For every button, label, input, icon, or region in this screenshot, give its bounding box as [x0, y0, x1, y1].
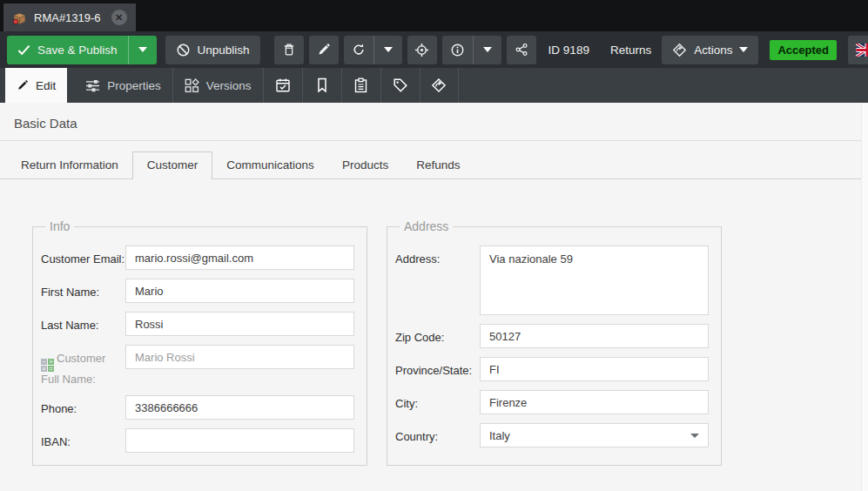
- province-state-label: Province/State:: [395, 357, 480, 378]
- delete-button[interactable]: [274, 36, 304, 64]
- data-tabs: Return Information Customer Communicatio…: [0, 141, 861, 179]
- reload-button[interactable]: [344, 36, 373, 64]
- customer-form: Info Customer Email: First Name: Last Na…: [0, 179, 868, 466]
- locate-in-tree-button[interactable]: [407, 36, 437, 64]
- pencil-icon: [317, 43, 331, 57]
- info-button-group[interactable]: [442, 36, 501, 64]
- field-city: City:: [395, 390, 709, 414]
- info-legend: Info: [45, 219, 74, 233]
- customer-full-name-label: Customer Full Name:: [41, 345, 125, 387]
- sliders-icon: [85, 79, 100, 92]
- actions-label: Actions: [694, 44, 732, 57]
- share-button[interactable]: [507, 36, 536, 64]
- phone-input[interactable]: [125, 395, 354, 420]
- workflow-diamond-icon: [672, 43, 687, 57]
- field-customer-email: Customer Email:: [41, 246, 354, 270]
- tab-versions[interactable]: Versions: [172, 68, 263, 103]
- workflow-button[interactable]: [420, 68, 459, 103]
- calendar-check-icon: [275, 77, 291, 93]
- iban-label: IBAN:: [41, 428, 125, 449]
- field-province-state: Province/State:: [395, 357, 709, 381]
- object-type-label: Returns: [610, 44, 651, 57]
- country-selected-value: Italy: [489, 429, 510, 442]
- field-phone: Phone:: [41, 395, 354, 420]
- rename-button[interactable]: [309, 36, 339, 64]
- chevron-down-icon: [384, 47, 393, 52]
- save-publish-button[interactable]: Save & Publish: [7, 36, 157, 64]
- field-country: Country: Italy: [395, 423, 709, 447]
- city-label: City:: [395, 390, 480, 411]
- last-name-label: Last Name:: [41, 312, 125, 333]
- tab-edit-label: Edit: [36, 79, 56, 92]
- info-fieldset: Info Customer Email: First Name: Last Na…: [32, 219, 367, 466]
- actions-button[interactable]: Actions: [662, 36, 758, 64]
- object-tab-rma[interactable]: RMA#1319-6 ✕: [3, 3, 136, 31]
- ban-icon: [176, 43, 191, 57]
- field-address: Address: Via nazionale 59: [395, 246, 709, 315]
- main-toolbar: Save & Publish Unpublish: [0, 31, 868, 68]
- tags-button[interactable]: [380, 68, 420, 103]
- first-name-input[interactable]: [125, 279, 354, 303]
- country-select[interactable]: Italy: [480, 423, 709, 447]
- info-icon: [450, 43, 465, 57]
- field-zip-code: Zip Code:: [395, 324, 709, 348]
- bookmark-button[interactable]: [302, 68, 341, 103]
- tab-customer[interactable]: Customer: [132, 151, 213, 179]
- trash-icon: [282, 43, 296, 57]
- zip-code-label: Zip Code:: [395, 324, 480, 345]
- customer-email-input[interactable]: [125, 246, 354, 270]
- target-icon: [414, 43, 429, 57]
- zip-code-input[interactable]: [480, 324, 709, 348]
- notes-events-button[interactable]: [341, 68, 380, 103]
- language-selector[interactable]: [848, 36, 868, 64]
- tab-return-information[interactable]: Return Information: [7, 152, 132, 178]
- tab-versions-label: Versions: [206, 79, 252, 92]
- iban-input[interactable]: [125, 428, 354, 453]
- customer-email-label: Customer Email:: [41, 246, 125, 266]
- vertical-scrollbar[interactable]: [861, 103, 868, 491]
- city-input[interactable]: [480, 390, 709, 414]
- application-window: RMA#1319-6 ✕ Save & Publish Unpublish: [0, 0, 868, 491]
- tag-icon: [393, 77, 408, 93]
- info-options-dropdown[interactable]: [473, 36, 501, 64]
- first-name-label: First Name:: [41, 279, 125, 299]
- field-first-name: First Name:: [41, 279, 354, 303]
- field-last-name: Last Name:: [41, 312, 354, 336]
- tab-properties-label: Properties: [107, 79, 161, 92]
- bookmark-icon: [315, 77, 329, 93]
- uk-flag-icon: [856, 44, 868, 57]
- last-name-input[interactable]: [125, 312, 354, 336]
- province-state-input[interactable]: [480, 357, 709, 381]
- pencil-icon: [17, 79, 29, 91]
- field-iban: IBAN:: [41, 428, 354, 453]
- calculated-value-icon: [41, 359, 54, 372]
- tab-edit[interactable]: Edit: [5, 68, 67, 103]
- phone-label: Phone:: [41, 395, 125, 416]
- reload-button-group[interactable]: [344, 36, 402, 64]
- versions-grid-icon: [185, 78, 199, 93]
- tab-products[interactable]: Products: [328, 152, 402, 178]
- unpublish-button[interactable]: Unpublish: [165, 36, 260, 64]
- country-label: Country:: [395, 423, 480, 444]
- save-publish-label: Save & Publish: [37, 44, 118, 57]
- close-tab-icon[interactable]: ✕: [111, 10, 127, 25]
- address-fieldset: Address Address: Via nazionale 59 Zip Co…: [387, 219, 722, 466]
- edit-panel: Basic Data Return Information Customer C…: [0, 103, 868, 491]
- tab-refunds[interactable]: Refunds: [402, 152, 474, 178]
- field-customer-full-name: Customer Full Name:: [41, 345, 354, 387]
- status-badge: Accepted: [770, 40, 837, 60]
- object-tab-title: RMA#1319-6: [34, 11, 101, 24]
- tab-communications[interactable]: Communications: [212, 152, 328, 178]
- share-icon: [515, 43, 528, 57]
- tab-properties[interactable]: Properties: [74, 68, 172, 103]
- ribbon-bar: Edit Properties Versions: [0, 68, 868, 103]
- chevron-down-icon: [138, 47, 147, 52]
- save-options-dropdown[interactable]: [128, 36, 157, 64]
- reload-options-dropdown[interactable]: [373, 36, 402, 64]
- info-button[interactable]: [442, 36, 473, 64]
- window-tab-bar: RMA#1319-6 ✕: [0, 0, 868, 31]
- address-textarea[interactable]: Via nazionale 59: [480, 246, 709, 315]
- object-id-label: ID 9189: [548, 44, 589, 57]
- unpublish-label: Unpublish: [198, 44, 250, 57]
- schedule-button[interactable]: [263, 68, 302, 103]
